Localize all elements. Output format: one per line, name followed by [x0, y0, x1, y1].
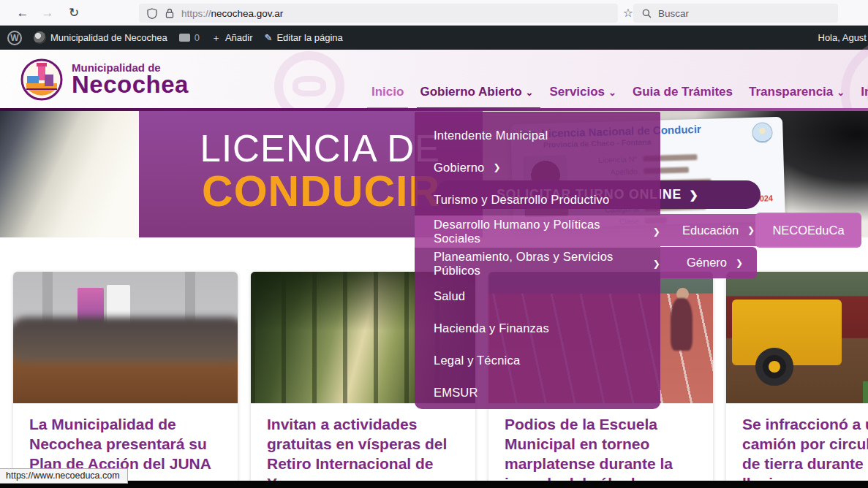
menu-label: Gobierno [434, 161, 484, 175]
star-icon: ☆ [623, 7, 633, 19]
menu-item-hacienda[interactable]: Hacienda y Finanzas [415, 312, 660, 344]
search-placeholder: Buscar [658, 8, 689, 19]
menu-item-intendente-municipal[interactable]: Intendente Municipal [415, 119, 660, 151]
menu-item-turismo[interactable]: Turismo y Desarrollo Productivo [415, 183, 660, 216]
nav-item-gobierno-abierto[interactable]: Gobierno Abierto⌄ [420, 83, 533, 101]
photo-shape [863, 381, 868, 403]
menu-item-planeamiento[interactable]: Planeamiento, Obras y Servicios Públicos… [415, 248, 660, 280]
account-menu[interactable]: Hola, Agust [818, 26, 868, 50]
browser-toolbar: ← → ↻ https://necochea.gov.ar ☆ Buscar [0, 0, 868, 26]
reload-button[interactable]: ↻ [64, 4, 83, 23]
add-label: Añadir [225, 32, 253, 43]
gobierno-abierto-dropdown: Intendente Municipal Gobierno❯ Turismo y… [415, 112, 660, 409]
card-image-loader-truck [726, 272, 868, 403]
nav-label: Inicio [371, 85, 404, 99]
menu-label: Hacienda y Finanzas [434, 321, 549, 335]
comments-menu[interactable]: 0 [179, 32, 200, 43]
logo-text: Municipalidad de Necochea [72, 61, 189, 99]
menu-item-salud[interactable]: Salud [415, 280, 660, 312]
menu-label: Educación [682, 224, 739, 237]
chevron-down-icon: ⌄ [526, 87, 534, 98]
comment-bubble-icon [179, 34, 190, 42]
status-link-text: https://www.necoeduca.com [6, 470, 120, 481]
nav-item-transparencia[interactable]: Transparencia⌄ [749, 83, 845, 101]
card-image-group-photo [13, 272, 238, 403]
chevron-right-icon: ❯ [653, 259, 660, 269]
card-body: Se infraccionó a un camión por circular … [726, 403, 868, 488]
main-navigation: Inicio Gobierno Abierto⌄ Servicios⌄ Guia… [371, 83, 868, 101]
menu-label: Desarrollo Humano y Políticas Sociales [434, 218, 644, 245]
nav-item-guia-de-tramites[interactable]: Guia de Trámites [633, 83, 733, 101]
site-logo[interactable]: Municipalidad de Necochea [20, 58, 189, 101]
photo-shape [13, 317, 238, 362]
reload-icon: ↻ [69, 6, 79, 20]
card-title[interactable]: Invitan a actividades gratuitas en víspe… [267, 415, 459, 488]
greeting-text: Hola, Agust [818, 32, 867, 43]
back-icon: ← [17, 6, 29, 20]
nav-label: Inf [861, 85, 868, 99]
card-title[interactable]: Se infraccionó a un camión por circular … [742, 415, 868, 488]
chevron-down-icon: ⌄ [837, 87, 845, 98]
news-card[interactable]: Se infraccionó a un camión por circular … [726, 272, 868, 488]
submenu-item-necoeduca[interactable]: NECOEduCa [755, 213, 861, 248]
chevron-right-icon: ❯ [689, 188, 699, 202]
menu-label: Legal y Técnica [434, 354, 520, 367]
wordpress-icon: W [7, 31, 22, 45]
wp-logo-menu[interactable]: W [7, 31, 22, 45]
url-text: https://necochea.gov.ar [181, 8, 283, 19]
site-favicon-icon [34, 31, 46, 44]
menu-label: Intendente Municipal [434, 129, 548, 142]
submenu-item-educacion[interactable]: Educación ❯ NECOEduCa [660, 214, 861, 246]
menu-item-gobierno[interactable]: Gobierno❯ [415, 151, 660, 183]
nav-item-servicios[interactable]: Servicios⌄ [549, 83, 616, 101]
screen: ← → ↻ https://necochea.gov.ar ☆ Buscar W… [0, 0, 868, 488]
coat-of-arms-icon [752, 122, 773, 143]
nav-item-inicio[interactable]: Inicio [371, 83, 404, 101]
photo-shape [671, 298, 692, 351]
hero-title-line2: CONDUCIR [139, 170, 440, 213]
watermark-detail [293, 76, 326, 97]
url-bar[interactable]: https://necochea.gov.ar [139, 4, 618, 23]
menu-label: Turismo y Desarrollo Productivo [434, 193, 609, 207]
url-scheme: https:// [181, 8, 211, 19]
pencil-icon: ✎ [265, 32, 273, 43]
comments-count: 0 [195, 32, 200, 43]
chevron-right-icon: ❯ [736, 258, 743, 268]
news-card[interactable]: La Municipalidad de Necochea presentará … [13, 272, 238, 488]
forward-button[interactable]: → [38, 4, 57, 23]
nav-label: Gobierno Abierto [420, 85, 521, 99]
logo-line-2: Necochea [72, 71, 189, 99]
site-name: Municipalidad de Necochea [50, 32, 167, 43]
menu-label: Planeamiento, Obras y Servicios Públicos [434, 250, 644, 278]
submenu-item-genero[interactable]: Género ❯ [660, 247, 757, 278]
link-status-tooltip: https://www.necoeduca.com [0, 468, 128, 484]
plus-icon: ＋ [211, 31, 221, 45]
browser-search-box[interactable]: Buscar [633, 4, 838, 23]
site-menu[interactable]: Municipalidad de Necochea [34, 31, 167, 44]
menu-label: NECOEduCa [772, 224, 844, 237]
nav-label: Guia de Trámites [633, 85, 733, 99]
nav-label: Transparencia [749, 85, 833, 99]
back-button[interactable]: ← [13, 4, 32, 23]
search-icon [641, 7, 652, 19]
site-header: Municipalidad de Necochea Inicio Gobiern… [0, 50, 868, 111]
menu-item-emsur[interactable]: EMSUR [415, 376, 660, 408]
nav-label: Servicios [549, 85, 605, 99]
shield-icon[interactable] [146, 7, 158, 19]
card-body: Invitan a actividades gratuitas en víspe… [251, 403, 475, 488]
card-title[interactable]: Podios de la Escuela Municipal en torneo… [505, 415, 697, 488]
chevron-right-icon: ❯ [653, 226, 660, 237]
forward-icon: → [42, 6, 54, 20]
bottom-edge-strip [0, 481, 868, 488]
lock-icon[interactable] [164, 7, 176, 19]
necochea-logo-icon [20, 58, 63, 101]
menu-item-desarrollo-humano[interactable]: Desarrollo Humano y Políticas Sociales❯ [415, 216, 660, 248]
hero-title-line1: LICENCIA DE [139, 130, 440, 167]
nav-item-truncated[interactable]: Inf [861, 83, 868, 101]
edit-page-menu[interactable]: ✎ Editar la página [265, 32, 343, 43]
card-body: Podios de la Escuela Municipal en torneo… [488, 403, 713, 488]
url-host: necochea.gov.ar [211, 8, 284, 19]
menu-item-legal-tecnica[interactable]: Legal y Técnica [415, 344, 660, 376]
photo-shape [769, 361, 780, 373]
new-content-menu[interactable]: ＋ Añadir [211, 31, 253, 45]
